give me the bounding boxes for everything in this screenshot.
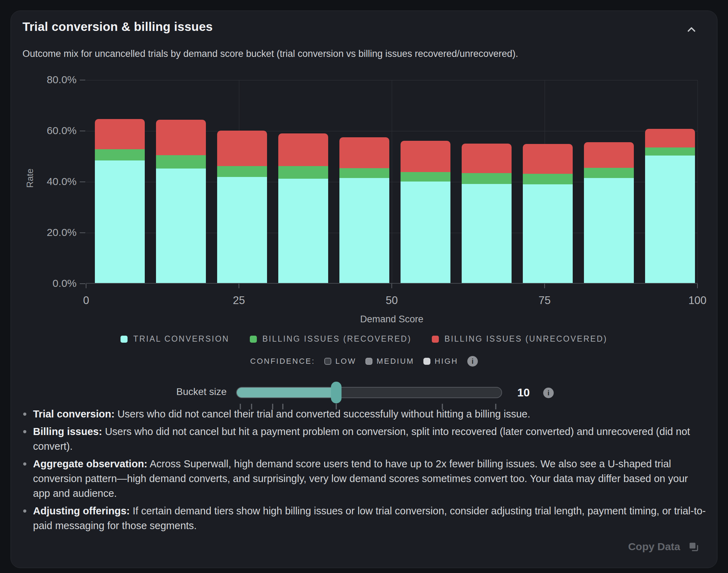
bar-segment (645, 147, 695, 155)
bar-90-100[interactable] (645, 129, 695, 283)
confidence-checkbox (365, 358, 372, 365)
legend-label: TRIAL CONVERSION (133, 334, 229, 344)
collapse-button[interactable] (684, 22, 699, 38)
confidence-option-low[interactable]: LOW (324, 357, 356, 366)
confidence-option-medium[interactable]: MEDIUM (365, 357, 414, 366)
bar-segment (156, 120, 206, 155)
confidence-label: MEDIUM (377, 357, 414, 366)
y-tick-label: 0.0% (20, 277, 77, 289)
bar-segment (523, 184, 573, 283)
bar-10-20[interactable] (156, 120, 206, 283)
bar-segment (95, 119, 145, 149)
bar-segment (339, 178, 389, 283)
bar-segment (156, 155, 206, 169)
bar-0-10[interactable] (95, 119, 145, 283)
bar-segment (584, 142, 634, 168)
v-gridline (697, 80, 698, 284)
plot-area (86, 80, 697, 284)
y-tick-label: 80.0% (20, 74, 77, 86)
y-tick-mark (80, 80, 85, 80)
confidence-label: LOW (336, 357, 356, 366)
note-item: Billing issues: Users who did not cancel… (23, 424, 707, 454)
bar-50-60[interactable] (401, 141, 450, 283)
v-gridline (392, 80, 392, 284)
note-text: Adjusting offerings: If certain demand t… (33, 503, 707, 533)
confidence-checkbox (423, 358, 430, 365)
bar-30-40[interactable] (278, 133, 328, 283)
bar-70-80[interactable] (523, 144, 573, 283)
bucket-size-label: Bucket size (137, 386, 227, 397)
bar-segment (278, 179, 328, 283)
bar-segment (523, 174, 573, 184)
confidence-checkbox (324, 358, 331, 365)
note-item: Adjusting offerings: If certain demand t… (23, 503, 707, 533)
y-tick-mark (80, 232, 85, 233)
bar-segment (584, 168, 634, 178)
confidence-option-high[interactable]: HIGH (423, 357, 458, 366)
copy-icon (688, 541, 699, 552)
bar-segment (462, 173, 512, 184)
slider-thumb[interactable] (331, 382, 342, 403)
note-item: Trial conversion: Users who did not canc… (23, 407, 707, 421)
notes-list: Trial conversion: Users who did not canc… (23, 407, 707, 536)
bar-segment (217, 177, 267, 283)
bar-60-70[interactable] (462, 144, 512, 283)
x-tick-label: 100 (688, 294, 707, 307)
legend-label: BILLING ISSUES (RECOVERED) (262, 334, 411, 344)
bar-segment (339, 168, 389, 178)
x-tick-mark (239, 284, 239, 288)
bar-segment (217, 131, 267, 166)
legend-swatch (250, 336, 257, 343)
card-title: Trial conversion & billing issues (22, 20, 213, 34)
chevron-up-icon (685, 23, 698, 37)
y-tick-label: 60.0% (20, 125, 77, 137)
bar-segment (339, 137, 389, 168)
bar-segment (462, 144, 512, 173)
bar-segment (95, 160, 145, 283)
x-axis-title: Demand Score (86, 314, 697, 325)
confidence-label: HIGH (435, 357, 458, 366)
slider-fill (237, 388, 336, 397)
confidence-title: CONFIDENCE: (250, 357, 315, 366)
bullet-icon (23, 413, 26, 416)
bar-segment (278, 133, 328, 166)
bar-80-90[interactable] (584, 142, 634, 283)
x-tick-mark (697, 284, 698, 288)
bar-segment (401, 182, 450, 283)
x-tick-label: 75 (539, 294, 551, 307)
bullet-icon (23, 430, 26, 433)
copy-data-label: Copy Data (628, 541, 680, 553)
confidence-row: CONFIDENCE: LOWMEDIUMHIGHi (22, 356, 706, 367)
bucket-size-slider[interactable] (236, 387, 502, 398)
y-tick-mark (80, 131, 85, 131)
bar-segment (584, 178, 634, 283)
legend-item[interactable]: BILLING ISSUES (RECOVERED) (250, 334, 411, 344)
note-text: Billing issues: Users who did not cancel… (33, 424, 707, 454)
legend: TRIAL CONVERSIONBILLING ISSUES (RECOVERE… (22, 334, 706, 344)
y-tick-label: 20.0% (20, 226, 77, 238)
x-tick-mark (544, 284, 545, 288)
copy-data-button[interactable]: Copy Data (628, 541, 699, 553)
note-text: Aggregate observation: Across Superwall,… (33, 456, 707, 501)
bucket-size-value: 10 (512, 386, 535, 399)
card-subtitle: Outcome mix for uncancelled trials by de… (22, 48, 518, 59)
legend-item[interactable]: BILLING ISSUES (UNRECOVERED) (432, 334, 607, 344)
bullet-icon (23, 509, 26, 513)
note-item: Aggregate observation: Across Superwall,… (23, 456, 707, 501)
x-tick-label: 0 (83, 294, 89, 307)
bar-segment (462, 184, 512, 283)
bar-segment (278, 166, 328, 179)
bucket-size-info-icon[interactable]: i (543, 388, 554, 398)
y-tick-label: 40.0% (20, 176, 77, 187)
bar-segment (645, 156, 695, 283)
bar-segment (401, 172, 450, 182)
bar-20-30[interactable] (217, 131, 267, 283)
bar-segment (645, 129, 695, 148)
bar-segment (401, 141, 450, 172)
x-tick-label: 25 (233, 294, 245, 307)
legend-item[interactable]: TRIAL CONVERSION (121, 334, 229, 344)
bar-40-50[interactable] (339, 137, 389, 283)
x-tick-label: 50 (386, 294, 398, 307)
y-tick-mark (80, 283, 85, 284)
confidence-info-icon[interactable]: i (467, 356, 478, 367)
